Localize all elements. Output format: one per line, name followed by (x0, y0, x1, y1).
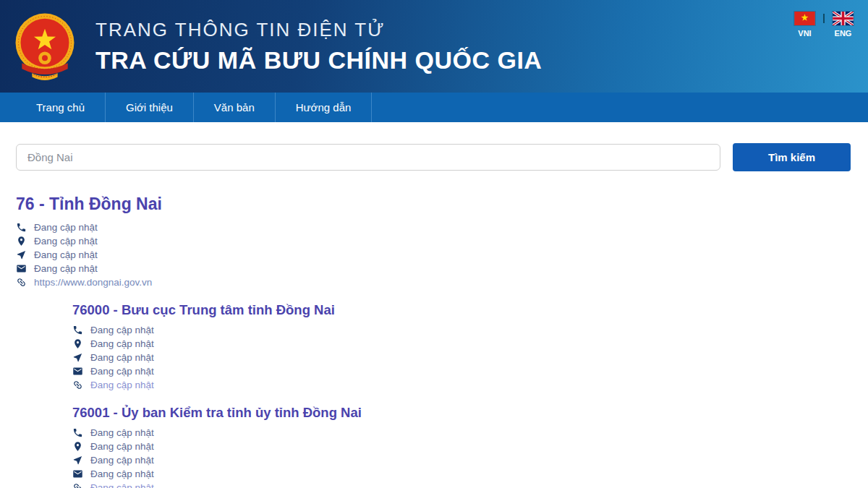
office-result-76001: 76001 - Ủy ban Kiểm tra tỉnh ủy tỉnh Đồn… (72, 405, 868, 488)
info-text: Đang cập nhật (90, 468, 154, 479)
link-icon (70, 377, 85, 393)
info-row-phone: Đang cập nhật (72, 323, 868, 337)
lang-eng[interactable]: ENG (833, 12, 854, 38)
info-row-email: Đang cập nhật (72, 364, 868, 378)
info-row-website: Đang cập nhật (72, 378, 868, 392)
info-row-email: Đang cập nhật (72, 467, 868, 481)
lang-vni-label: VNI (798, 29, 811, 38)
info-text: Đang cập nhật (34, 263, 98, 274)
search-input[interactable] (16, 144, 720, 171)
office-title[interactable]: 76001 - Ủy ban Kiểm tra tỉnh ủy tỉnh Đồn… (72, 405, 868, 421)
nav-item-label: Trang chủ (36, 101, 85, 114)
office-result-76000: 76000 - Bưu cục Trung tâm tỉnh Đồng Nai … (72, 302, 868, 392)
main-nav: Trang chủ Giới thiệu Văn bản Hướng dẫn (0, 93, 868, 122)
lang-vni[interactable]: VNI (794, 12, 815, 38)
info-row-location: Đang cập nhật (72, 337, 868, 351)
search-bar: Tìm kiếm (16, 144, 851, 171)
province-result: 76 - Tỉnh Đồng Nai Đang cập nhật Đang cậ… (16, 194, 868, 289)
info-text: Đang cập nhật (90, 380, 154, 390)
info-text: Đang cập nhật (90, 441, 154, 452)
info-text: Đang cập nhật (34, 222, 98, 233)
info-row-send: Đang cập nhật (72, 453, 868, 467)
email-icon (72, 468, 83, 479)
info-text: Đang cập nhật (34, 236, 98, 247)
info-text: Đang cập nhật (34, 249, 98, 260)
info-row-send: Đang cập nhật (72, 351, 868, 364)
nav-item-about[interactable]: Giới thiệu (106, 93, 194, 122)
site-title: TRA CỨU MÃ BƯU CHÍNH QUỐC GIA (95, 46, 542, 74)
phone-icon (16, 222, 27, 233)
info-row-location: Đang cập nhật (72, 440, 868, 453)
nav-item-label: Hướng dẫn (296, 101, 352, 114)
info-row-website: https://www.dongnai.gov.vn (16, 275, 868, 289)
nav-item-guide[interactable]: Hướng dẫn (276, 93, 373, 122)
email-icon (16, 263, 27, 274)
nav-item-home[interactable]: Trang chủ (16, 93, 106, 122)
nav-item-documents[interactable]: Văn bản (194, 93, 276, 122)
uk-flag-icon (833, 12, 854, 25)
site-label: TRANG THÔNG TIN ĐIỆN TỬ (95, 19, 542, 41)
nav-item-label: Văn bản (214, 101, 255, 114)
send-icon (72, 455, 83, 466)
info-text: Đang cập nhật (90, 427, 154, 438)
location-pin-icon (72, 441, 83, 452)
info-text: Đang cập nhật (90, 338, 154, 349)
link-icon (14, 275, 29, 290)
info-row-send: Đang cập nhật (16, 248, 868, 262)
info-row-phone: Đang cập nhật (72, 426, 868, 440)
lang-separator (823, 14, 825, 23)
info-text: Đang cập nhật (90, 366, 154, 377)
phone-icon (72, 427, 83, 438)
vietnam-flag-icon (794, 12, 815, 25)
phone-icon (72, 325, 83, 335)
location-pin-icon (16, 236, 27, 247)
info-text: Đang cập nhật (90, 455, 154, 466)
send-icon (72, 352, 83, 363)
lang-eng-label: ENG (835, 29, 852, 38)
language-switcher: VNI ENG (794, 12, 854, 38)
site-titles: TRANG THÔNG TIN ĐIỆN TỬ TRA CỨU MÃ BƯU C… (95, 19, 542, 74)
send-icon (16, 249, 27, 260)
email-icon (72, 366, 83, 377)
info-text: Đang cập nhật (90, 352, 154, 363)
info-row-location: Đang cập nhật (16, 234, 868, 248)
office-title[interactable]: 76000 - Bưu cục Trung tâm tỉnh Đồng Nai (72, 302, 868, 318)
info-row-phone: Đang cập nhật (16, 221, 868, 234)
search-button[interactable]: Tìm kiếm (733, 143, 851, 171)
link-icon (70, 480, 85, 488)
location-pin-icon (72, 338, 83, 349)
header: TRANG THÔNG TIN ĐIỆN TỬ TRA CỨU MÃ BƯU C… (0, 0, 868, 93)
nav-item-label: Giới thiệu (126, 101, 173, 114)
info-text: Đang cập nhật (90, 482, 154, 488)
info-row-email: Đang cập nhật (16, 262, 868, 275)
province-title[interactable]: 76 - Tỉnh Đồng Nai (16, 194, 868, 214)
national-emblem (13, 10, 77, 87)
info-row-website: Đang cập nhật (72, 481, 868, 488)
website-link[interactable]: https://www.dongnai.gov.vn (34, 277, 152, 288)
search-results: 76 - Tỉnh Đồng Nai Đang cập nhật Đang cậ… (16, 194, 868, 488)
info-text: Đang cập nhật (90, 325, 154, 335)
